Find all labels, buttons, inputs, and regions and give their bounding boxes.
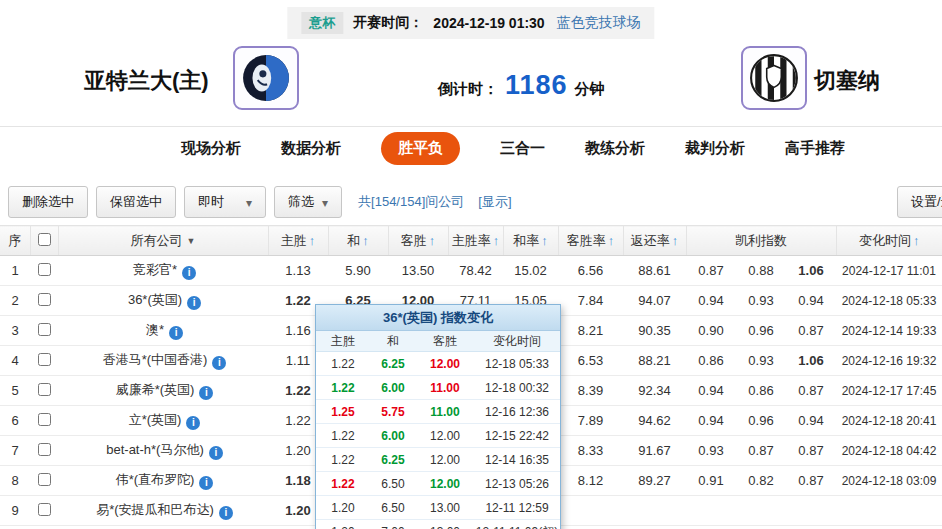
filter-dropdown[interactable]: 筛选 <box>274 186 342 218</box>
select-all-checkbox[interactable] <box>38 233 51 246</box>
company-info-icon[interactable] <box>219 506 233 520</box>
row-rank: 5 <box>0 376 30 406</box>
atalanta-crest-icon <box>241 53 291 103</box>
tab-win-draw-loss[interactable]: 胜平负 <box>381 132 460 165</box>
row-checkbox[interactable] <box>38 293 51 306</box>
kelly-away: 1.06 <box>786 256 836 286</box>
row-checkbox[interactable] <box>38 263 51 276</box>
delete-selected-button[interactable]: 删除选中 <box>8 186 88 218</box>
companies-count: 共[154/154]间公司 <box>358 193 464 211</box>
popup-col-home: 主胜 <box>316 331 370 352</box>
sort-asc-icon[interactable] <box>307 233 316 248</box>
col-draw[interactable]: 和 <box>328 226 388 256</box>
tab-expert-picks[interactable]: 高手推荐 <box>785 139 845 158</box>
filter-dropdown-label: 筛选 <box>288 193 314 211</box>
company-cell[interactable]: 立*(英国) <box>58 406 268 436</box>
kelly-home: 0.86 <box>686 346 736 376</box>
kickoff-time: 2024-12-19 01:30 <box>433 15 544 31</box>
kelly-draw <box>736 496 786 526</box>
col-kelly-index: 凯利指数 <box>686 226 836 256</box>
col-company[interactable]: 所有公司 <box>58 226 268 256</box>
col-home-rate[interactable]: 主胜率 <box>448 226 503 256</box>
company-cell[interactable]: 易*(安提瓜和巴布达) <box>58 496 268 526</box>
draw-odds: 6.25 <box>370 352 416 376</box>
away-win-odds: 12.00 <box>416 472 474 496</box>
row-checkbox[interactable] <box>38 503 51 516</box>
settings-button[interactable]: 设置/选 <box>897 186 942 218</box>
return-rate: 92.34 <box>623 376 686 406</box>
draw-odds: 7.00 <box>370 520 416 529</box>
col-away-win[interactable]: 客胜 <box>388 226 448 256</box>
cesena-crest-icon <box>749 53 799 103</box>
row-checkbox[interactable] <box>38 473 51 486</box>
company-cell[interactable]: 威廉希*(英国) <box>58 376 268 406</box>
company-info-icon[interactable] <box>187 296 201 310</box>
company-info-icon[interactable] <box>199 386 213 400</box>
keep-selected-button[interactable]: 保留选中 <box>96 186 176 218</box>
company-name: 澳* <box>146 322 164 337</box>
return-rate: 90.35 <box>623 316 686 346</box>
change-time: 2024-12-18 05:33 <box>836 286 942 316</box>
instant-dropdown[interactable]: 即时 <box>184 186 266 218</box>
company-info-icon[interactable] <box>212 356 226 370</box>
sort-asc-icon[interactable] <box>539 233 548 248</box>
kelly-draw: 0.88 <box>736 256 786 286</box>
draw-odds: 5.90 <box>328 256 388 286</box>
filter-caret-icon[interactable] <box>183 233 196 248</box>
kelly-draw: 0.86 <box>736 376 786 406</box>
company-cell[interactable]: bet-at-h*(马尔他) <box>58 436 268 466</box>
company-info-icon[interactable] <box>209 446 223 460</box>
company-info-icon[interactable] <box>182 266 196 280</box>
tab-data-analysis[interactable]: 数据分析 <box>281 139 341 158</box>
col-return-rate[interactable]: 返还率 <box>623 226 686 256</box>
home-team-logo <box>233 46 299 110</box>
draw-odds: 6.00 <box>370 376 416 400</box>
sort-asc-icon[interactable] <box>491 233 500 248</box>
sort-asc-icon[interactable] <box>670 233 679 248</box>
col-home-win[interactable]: 主胜 <box>268 226 328 256</box>
row-checkbox[interactable] <box>38 443 51 456</box>
row-checkbox[interactable] <box>38 353 51 366</box>
col-draw-rate[interactable]: 和率 <box>503 226 558 256</box>
show-companies-link[interactable]: [显示] <box>478 193 511 211</box>
draw-rate: 15.02 <box>503 256 558 286</box>
company-name: 易*(安提瓜和巴布达) <box>96 502 214 517</box>
col-away-rate[interactable]: 客胜率 <box>558 226 623 256</box>
company-info-icon[interactable] <box>169 326 183 340</box>
col-change-time[interactable]: 变化时间 <box>836 226 942 256</box>
company-info-icon[interactable] <box>199 476 213 490</box>
kelly-home <box>686 496 736 526</box>
tab-referee-analysis[interactable]: 裁判分析 <box>685 139 745 158</box>
tab-three-in-one[interactable]: 三合一 <box>500 139 545 158</box>
company-info-icon[interactable] <box>186 416 200 430</box>
kelly-draw: 0.96 <box>736 406 786 436</box>
away-win-odds: 12.00 <box>416 424 474 448</box>
countdown-value: 1186 <box>505 70 568 101</box>
company-cell[interactable]: 伟*(直布罗陀) <box>58 466 268 496</box>
popup-col-time: 变化时间 <box>474 331 560 352</box>
company-name: 立*(英国) <box>129 412 182 427</box>
row-checkbox[interactable] <box>38 323 51 336</box>
company-cell[interactable]: 澳* <box>58 316 268 346</box>
odds-change-row: 1.20 6.50 13.00 12-11 12:59 <box>316 496 560 520</box>
company-cell[interactable]: 36*(英国) <box>58 286 268 316</box>
company-cell[interactable]: 竞彩官* <box>58 256 268 286</box>
kelly-away: 0.94 <box>786 406 836 436</box>
row-select-cell <box>30 496 58 526</box>
row-checkbox[interactable] <box>38 383 51 396</box>
sort-asc-icon[interactable] <box>606 233 615 248</box>
sort-asc-icon[interactable] <box>360 233 369 248</box>
tab-live-analysis[interactable]: 现场分析 <box>181 139 241 158</box>
kelly-away: 0.87 <box>786 316 836 346</box>
tab-coach-analysis[interactable]: 教练分析 <box>585 139 645 158</box>
row-checkbox[interactable] <box>38 413 51 426</box>
kelly-away: 0.87 <box>786 436 836 466</box>
col-company-label: 所有公司 <box>131 233 183 248</box>
sort-asc-icon[interactable] <box>427 233 436 248</box>
away-win-rate: 7.89 <box>558 406 623 436</box>
sort-asc-icon[interactable] <box>911 233 920 248</box>
col-label: 和 <box>347 233 360 248</box>
company-cell[interactable]: 香港马*(中国香港) <box>58 346 268 376</box>
kelly-draw: 0.93 <box>736 346 786 376</box>
col-label: 变化时间 <box>859 233 911 248</box>
